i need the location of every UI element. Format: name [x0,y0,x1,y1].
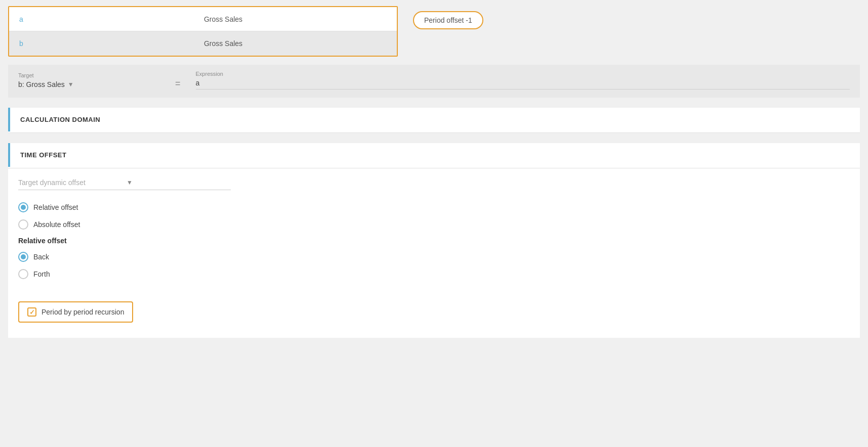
absolute-offset-label: Absolute offset [33,220,80,229]
top-section: a Gross Sales b Gross Sales Period offse… [8,6,860,57]
table-row: b Gross Sales [9,31,397,56]
row-metric-a: Gross Sales [60,15,387,23]
target-section: Target b: Gross Sales ▼ = Expression a [8,65,860,98]
relative-offset-label: Relative offset [33,203,78,211]
checkbox-checked-icon: ✓ [27,307,36,317]
calculation-domain-title: CALCULATION DOMAIN [20,116,100,123]
target-label: Target [18,72,160,78]
time-offset-title: TIME OFFSET [20,151,66,159]
radio-circle-back [18,252,28,262]
calculation-domain-section: CALCULATION DOMAIN [8,108,860,133]
chevron-down-icon: ▼ [68,81,74,88]
period-recursion-label: Period by period recursion [42,308,124,316]
target-value: b: Gross Sales [18,80,65,88]
period-badge-area: Period offset -1 [398,6,860,57]
expression-value: a [196,79,850,90]
row-letter-b: b [19,39,60,48]
back-label: Back [33,253,49,261]
radio-circle-relative [18,202,28,212]
target-select[interactable]: b: Gross Sales ▼ [18,80,160,88]
equals-sign: = [175,78,181,89]
time-offset-section: TIME OFFSET Target dynamic offset ▼ Rela… [8,143,860,338]
period-recursion-checkbox[interactable]: ✓ Period by period recursion [18,301,133,323]
row-letter-a: a [19,15,60,23]
time-offset-header: TIME OFFSET [8,143,860,167]
offset-type-group: Relative offset Absolute offset [18,202,850,230]
forth-direction-radio[interactable]: Forth [18,269,850,279]
period-offset-label: Period offset -1 [424,16,472,24]
row-metric-b: Gross Sales [60,39,387,48]
chevron-down-icon: ▼ [127,179,231,186]
radio-circle-forth [18,269,28,279]
relative-offset-radio[interactable]: Relative offset [18,202,850,212]
page-wrapper: a Gross Sales b Gross Sales Period offse… [0,0,868,447]
target-dynamic-offset-row: Target dynamic offset ▼ [18,178,850,190]
calculation-domain-header: CALCULATION DOMAIN [8,108,860,131]
radio-circle-absolute [18,219,28,230]
target-group: Target b: Gross Sales ▼ [18,72,160,88]
relative-offset-subtitle: Relative offset [18,237,850,245]
expression-group: Expression a [196,71,850,90]
back-direction-radio[interactable]: Back [18,252,850,262]
relative-offset-subsection: Relative offset Back Forth [18,237,850,279]
time-offset-content: Target dynamic offset ▼ Relative offset … [8,168,860,338]
metrics-table: a Gross Sales b Gross Sales [8,6,398,57]
forth-label: Forth [33,270,50,278]
target-dynamic-offset-dropdown[interactable]: Target dynamic offset ▼ [18,178,231,190]
expression-label: Expression [196,71,850,77]
direction-radio-group: Back Forth [18,252,850,279]
table-row: a Gross Sales [9,7,397,31]
target-dynamic-offset-placeholder: Target dynamic offset [18,178,122,187]
period-offset-badge[interactable]: Period offset -1 [413,11,483,29]
absolute-offset-radio[interactable]: Absolute offset [18,219,850,230]
